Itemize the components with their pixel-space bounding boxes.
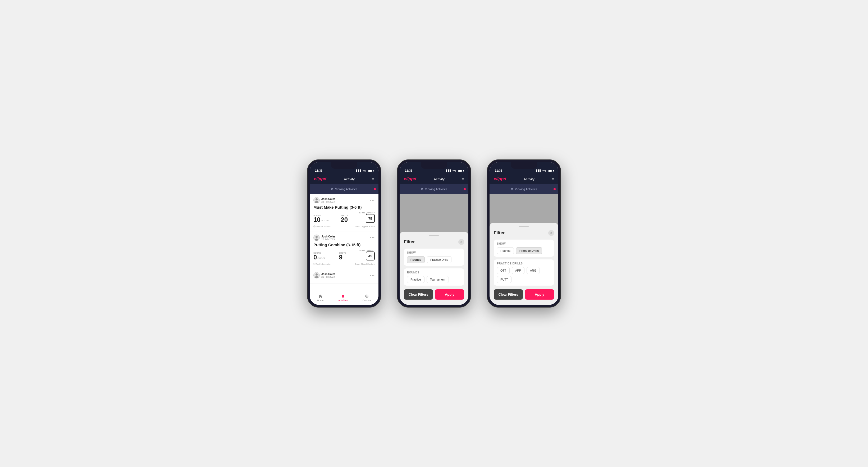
nav-home[interactable]: Home: [317, 294, 323, 302]
sq-label-2: Shot Quality: [359, 249, 375, 251]
filter-title-2: Filter: [404, 239, 415, 245]
viewing-bar-1: ⚙ Viewing Activities: [310, 184, 378, 194]
notch-1: [331, 162, 357, 169]
show-toggle-group-3: Rounds Practice Drills: [497, 247, 551, 254]
content-1: Josh Coles 28 Feb 2023 ••• Must Make Put…: [310, 194, 378, 290]
practice-drills-toggle-3[interactable]: Practice Drills: [516, 247, 542, 254]
close-button-3[interactable]: ✕: [548, 230, 554, 236]
shot-quality-2: 45: [366, 251, 375, 260]
user-info-2: Josh Coles 28 Feb 2023: [313, 235, 335, 241]
filter-title-3: Filter: [494, 230, 505, 236]
avatar-2: [313, 235, 320, 241]
battery-icon-2: [458, 170, 463, 172]
shots-value-1: 20: [341, 217, 348, 223]
practice-drills-toggle-2[interactable]: Practice Drills: [427, 256, 452, 263]
score-value-1: 10: [313, 217, 320, 223]
practice-round-btn-2[interactable]: Practice: [407, 276, 425, 283]
apply-button-2[interactable]: Apply: [435, 289, 464, 300]
nav-capture[interactable]: Capture: [363, 294, 371, 302]
filter-modal-2: Filter ✕ Show Rounds Practice Drills Rou…: [400, 232, 468, 305]
clear-filters-2[interactable]: Clear Filters: [404, 289, 433, 300]
apply-button-3[interactable]: Apply: [525, 289, 554, 300]
activity-card-2[interactable]: Josh Coles 28 Feb 2023 ••• Putting Combi…: [310, 231, 378, 269]
wifi-icon-2: WiFi: [453, 169, 457, 172]
avatar-1: [313, 197, 320, 204]
out-of-2: OUT OF: [317, 257, 325, 259]
nav-activities[interactable]: Activities: [338, 294, 348, 302]
phone-3: 11:33 ▋▋▋ WiFi clippd Activity ≡ ⚙ Viewi…: [487, 159, 561, 308]
top-nav-2: clippd Activity ≡: [400, 174, 468, 184]
nav-logo-2: clippd: [404, 177, 416, 181]
more-dots-3[interactable]: •••: [370, 273, 375, 277]
status-time-2: 11:33: [405, 169, 412, 172]
sheet-handle-2: [429, 235, 439, 236]
status-icons-3: ▋▋▋ WiFi: [536, 169, 553, 172]
bottom-nav-1: Home Activities: [310, 290, 378, 305]
show-section-3: Show Rounds Practice Drills: [494, 240, 554, 257]
putt-btn-3[interactable]: PUTT: [497, 276, 512, 283]
notification-dot-1: [374, 188, 376, 190]
activity-card-1[interactable]: Josh Coles 28 Feb 2023 ••• Must Make Put…: [310, 194, 378, 231]
show-section-2: Show Rounds Practice Drills: [404, 249, 464, 266]
nav-activities-label: Activities: [338, 299, 348, 302]
phone-1: 11:33 ▋▋▋ WiFi clippd Activity ≡ ⚙ Viewi…: [307, 159, 381, 308]
status-time-1: 11:33: [315, 169, 322, 172]
user-date-1: 28 Feb 2023: [321, 200, 335, 203]
nav-logo-3: clippd: [494, 177, 506, 181]
nav-menu-1[interactable]: ≡: [372, 177, 374, 181]
signal-icon-3: ▋▋▋: [536, 169, 541, 172]
filter-actions-2: Clear Filters Apply: [404, 289, 464, 300]
viewing-bar-text-1: Viewing Activities: [335, 187, 357, 191]
drills-section-3: Practice Drills OTT APP ARG PUTT: [494, 259, 554, 286]
user-date-2: 28 Feb 2023: [321, 238, 335, 241]
close-button-2[interactable]: ✕: [458, 239, 464, 245]
rounds-section-2: Rounds Practice Tournament: [404, 269, 464, 286]
filter-modal-3: Filter ✕ Show Rounds Practice Drills Pra…: [490, 223, 558, 305]
drills-toggle-group-3: OTT APP ARG PUTT: [497, 267, 551, 283]
shots-value-2: 9: [339, 254, 346, 260]
rounds-toggle-2[interactable]: Rounds: [407, 256, 425, 263]
viewing-bar-3: ⚙ Viewing Activities: [490, 184, 558, 194]
tournament-btn-2[interactable]: Tournament: [427, 276, 449, 283]
test-info-1: ⓘ Test Information: [313, 225, 331, 228]
rounds-toggle-group-2: Practice Tournament: [407, 276, 461, 283]
ott-btn-3[interactable]: OTT: [497, 267, 509, 274]
nav-menu-2[interactable]: ≡: [462, 177, 464, 181]
nav-title-2: Activity: [434, 177, 444, 181]
status-icons-1: ▋▋▋ WiFi: [356, 169, 373, 172]
sq-label-1: Shot Quality: [359, 212, 375, 214]
signal-icon: ▋▋▋: [356, 169, 362, 172]
user-date-3: 28 Feb 2023: [321, 276, 335, 278]
viewing-bar-2: ⚙ Viewing Activities: [400, 184, 468, 194]
phone-2: 11:33 ▋▋▋ WiFi clippd Activity ≡ ⚙ Viewi…: [397, 159, 471, 308]
more-dots-2[interactable]: •••: [370, 236, 375, 240]
nav-title-1: Activity: [344, 177, 355, 181]
activity-title-2: Putting Combine (3-15 ft): [313, 243, 375, 247]
phones-container: 11:33 ▋▋▋ WiFi clippd Activity ≡ ⚙ Viewi…: [307, 159, 561, 308]
filter-actions-3: Clear Filters Apply: [494, 289, 554, 300]
status-time-3: 11:33: [495, 169, 502, 172]
arg-btn-3[interactable]: ARG: [527, 267, 540, 274]
more-dots-1[interactable]: •••: [370, 198, 375, 202]
user-name-1: Josh Coles: [321, 197, 335, 200]
data-source-1: Data: Clippd Capture: [355, 225, 375, 228]
nav-logo-1: clippd: [314, 177, 327, 181]
filter-sheet-3: Filter ✕ Show Rounds Practice Drills Pra…: [490, 223, 558, 305]
viewing-bar-text-3: Viewing Activities: [515, 187, 537, 191]
nav-capture-label: Capture: [363, 299, 371, 302]
user-info-1: Josh Coles 28 Feb 2023: [313, 197, 335, 204]
show-label-3: Show: [497, 242, 551, 245]
nav-home-label: Home: [317, 299, 323, 302]
show-toggle-group-2: Rounds Practice Drills: [407, 256, 461, 263]
clear-filters-3[interactable]: Clear Filters: [494, 289, 523, 300]
test-info-2: ⓘ Test Information: [313, 262, 331, 266]
rounds-label-2: Rounds: [407, 271, 461, 274]
out-of-1: OUT OF: [321, 219, 329, 222]
wifi-icon-3: WiFi: [542, 169, 547, 172]
app-btn-3[interactable]: APP: [512, 267, 524, 274]
notch-2: [421, 162, 447, 169]
data-source-2: Data: Clippd Capture: [355, 263, 375, 265]
top-nav-3: clippd Activity ≡: [490, 174, 558, 184]
nav-menu-3[interactable]: ≡: [552, 177, 554, 181]
rounds-toggle-3[interactable]: Rounds: [497, 247, 514, 254]
